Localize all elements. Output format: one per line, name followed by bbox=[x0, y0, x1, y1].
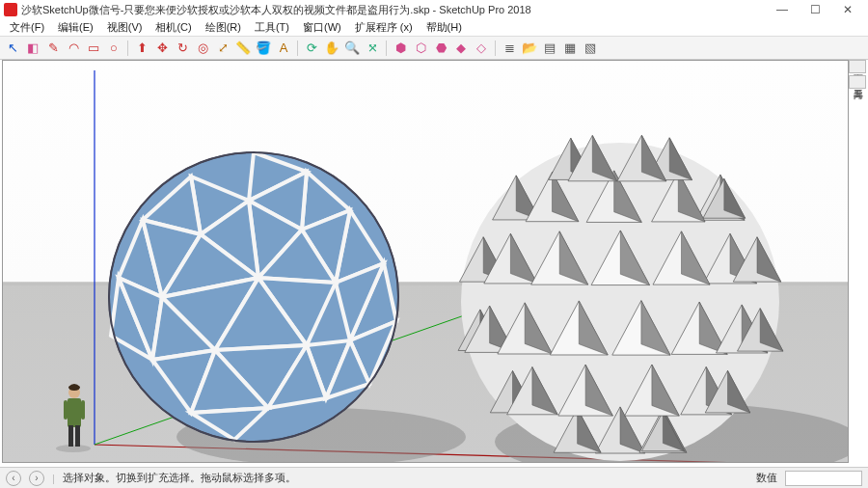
toolbar-separator bbox=[127, 41, 128, 56]
paint-icon[interactable]: 🪣 bbox=[255, 40, 272, 57]
zoom-icon[interactable]: 🔍 bbox=[343, 40, 361, 57]
window-title: 沙软SketchUp微信号-只要您来便沙软授权或沙软本人双权的视频文件都是盗用行… bbox=[21, 3, 766, 17]
minimize-button[interactable]: — bbox=[766, 0, 799, 19]
title-bar: 沙软SketchUp微信号-只要您来便沙软授权或沙软本人双权的视频文件都是盗用行… bbox=[0, 0, 868, 19]
arc-icon[interactable]: ◠ bbox=[65, 40, 82, 57]
close-button[interactable]: ✕ bbox=[831, 0, 864, 19]
scale-figure bbox=[56, 384, 91, 452]
scene-svg bbox=[3, 61, 849, 463]
text-icon[interactable]: A bbox=[275, 40, 292, 57]
menu-item-6[interactable]: 窗口(W) bbox=[297, 19, 347, 36]
svg-rect-6 bbox=[68, 398, 81, 427]
scale-icon[interactable]: ⤢ bbox=[214, 40, 231, 57]
svg-rect-8 bbox=[75, 425, 80, 447]
menu-item-7[interactable]: 扩展程序 (x) bbox=[349, 19, 419, 36]
menu-item-2[interactable]: 视图(V) bbox=[101, 19, 149, 36]
menu-item-1[interactable]: 编辑(E) bbox=[52, 19, 99, 36]
view-icon[interactable]: ▦ bbox=[561, 40, 579, 57]
value-input[interactable] bbox=[785, 471, 862, 486]
menu-bar: 文件(F)编辑(E)视图(V)相机(C)绘图(R)工具(T)窗口(W)扩展程序 … bbox=[0, 19, 868, 37]
tape-icon[interactable]: 📏 bbox=[234, 40, 252, 57]
svg-rect-7 bbox=[68, 425, 73, 447]
nav-prev-button[interactable]: ‹ bbox=[6, 471, 21, 486]
app-icon bbox=[4, 3, 17, 16]
pan-icon[interactable]: ✋ bbox=[323, 40, 340, 57]
view2-icon[interactable]: ▧ bbox=[582, 40, 599, 57]
status-hint: 选择对象。切换到扩充选择。拖动鼠标选择多项。 bbox=[63, 471, 748, 485]
rotate-icon[interactable]: ↻ bbox=[174, 40, 191, 57]
move-icon[interactable]: ✥ bbox=[153, 40, 171, 57]
status-bar: ‹ › | 选择对象。切换到扩充选择。拖动鼠标选择多项。 数值 bbox=[0, 467, 868, 488]
warehouse-icon[interactable]: ⬢ bbox=[392, 40, 409, 57]
select-arrow-icon[interactable]: ↖ bbox=[4, 40, 21, 57]
toolbar-separator bbox=[297, 41, 298, 56]
menu-item-4[interactable]: 绘图(R) bbox=[200, 19, 247, 36]
value-label: 数值 bbox=[756, 471, 777, 485]
circle-icon[interactable]: ○ bbox=[105, 40, 122, 57]
maximize-button[interactable]: ☐ bbox=[799, 0, 831, 19]
offset-icon[interactable]: ◎ bbox=[194, 40, 211, 57]
menu-item-8[interactable]: 帮助(H) bbox=[420, 19, 468, 36]
menu-item-5[interactable]: 工具(T) bbox=[249, 19, 295, 36]
ext2-icon[interactable]: ⬣ bbox=[432, 40, 449, 57]
rect-icon[interactable]: ▭ bbox=[85, 40, 102, 57]
eraser-icon[interactable]: ◧ bbox=[24, 40, 41, 57]
menu-item-0[interactable]: 文件(F) bbox=[4, 19, 50, 36]
ext-icon[interactable]: ⬡ bbox=[412, 40, 429, 57]
svg-rect-11 bbox=[81, 400, 85, 420]
geodesic-sphere bbox=[109, 152, 398, 442]
tray-tab-1[interactable]: 工具向导 bbox=[849, 75, 866, 89]
ext3-icon[interactable]: ◆ bbox=[452, 40, 470, 57]
menu-item-3[interactable]: 相机(C) bbox=[149, 19, 197, 36]
nav-next-button[interactable]: › bbox=[29, 471, 44, 486]
toolbar-separator bbox=[495, 41, 496, 56]
tray-panel: 默认面板工具向导 bbox=[849, 60, 866, 89]
toolbar-separator bbox=[386, 41, 387, 56]
zoom-extents-icon[interactable]: ⤧ bbox=[364, 40, 381, 57]
layer-icon[interactable]: ≣ bbox=[501, 40, 518, 57]
tray-tab-0[interactable]: 默认面板 bbox=[849, 60, 866, 73]
ext4-icon[interactable]: ◇ bbox=[473, 40, 490, 57]
orbit-icon[interactable]: ⟳ bbox=[303, 40, 320, 57]
svg-rect-10 bbox=[64, 400, 68, 420]
open-icon[interactable]: 📂 bbox=[521, 40, 538, 57]
outliner-icon[interactable]: ▤ bbox=[541, 40, 558, 57]
model-viewport[interactable] bbox=[2, 60, 849, 463]
pushpull-icon[interactable]: ⬆ bbox=[133, 40, 150, 57]
line-icon[interactable]: ✎ bbox=[44, 40, 62, 57]
main-toolbar: ↖◧✎◠▭○⬆✥↻◎⤢📏🪣A⟳✋🔍⤧⬢⬡⬣◆◇≣📂▤▦▧ bbox=[0, 37, 868, 60]
